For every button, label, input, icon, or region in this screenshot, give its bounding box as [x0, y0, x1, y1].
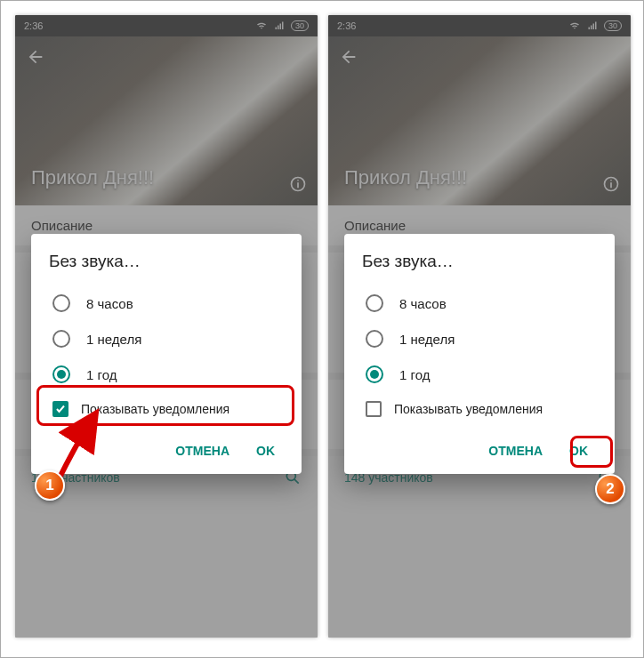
radio-icon	[52, 330, 70, 348]
radio-option-8h[interactable]: 8 часов	[362, 285, 597, 321]
dialog-actions: ОТМЕНА OK	[49, 426, 284, 465]
show-notifications-row[interactable]: Показывать уведомления	[362, 392, 597, 426]
radio-option-1year[interactable]: 1 год	[49, 357, 284, 392]
radio-option-1week[interactable]: 1 неделя	[49, 321, 284, 357]
radio-label: 1 год	[399, 367, 430, 382]
cancel-button[interactable]: ОТМЕНА	[479, 437, 551, 465]
dialog-title: Без звука…	[362, 252, 597, 271]
radio-option-8h[interactable]: 8 часов	[49, 285, 284, 321]
dialog-title: Без звука…	[49, 252, 284, 271]
radio-label: 1 неделя	[86, 332, 141, 347]
ok-button[interactable]: OK	[247, 437, 284, 465]
radio-icon	[52, 294, 70, 312]
radio-option-1year[interactable]: 1 год	[362, 357, 597, 392]
dialog-actions: ОТМЕНА OK	[362, 426, 597, 465]
show-notifications-row[interactable]: Показывать уведомления	[49, 392, 284, 426]
show-notifications-label: Показывать уведомления	[394, 402, 543, 416]
checkbox-checked-icon	[52, 401, 68, 417]
phone-screenshot-left: 2:36 30 Прикол Дня!!! Описание Без звука…	[15, 15, 318, 638]
radio-label: 1 неделя	[399, 332, 455, 347]
radio-icon	[366, 330, 383, 348]
cancel-button[interactable]: ОТМЕНА	[166, 437, 238, 465]
radio-label: 8 часов	[399, 296, 447, 311]
mute-dialog: Без звука… 8 часов 1 неделя 1 год Показы…	[31, 234, 302, 474]
phone-screenshot-right: 2:36 30 Прикол Дня!!! Описание Без звука…	[328, 15, 631, 638]
radio-icon-selected	[52, 365, 70, 383]
radio-option-1week[interactable]: 1 неделя	[362, 321, 597, 357]
show-notifications-label: Показывать уведомления	[81, 402, 229, 416]
radio-icon	[366, 294, 383, 312]
mute-dialog: Без звука… 8 часов 1 неделя 1 год Показы…	[344, 234, 615, 474]
checkbox-unchecked-icon	[366, 401, 382, 417]
radio-icon-selected	[366, 365, 383, 383]
radio-label: 8 часов	[86, 296, 133, 311]
radio-label: 1 год	[86, 367, 117, 382]
ok-button[interactable]: OK	[560, 437, 597, 465]
